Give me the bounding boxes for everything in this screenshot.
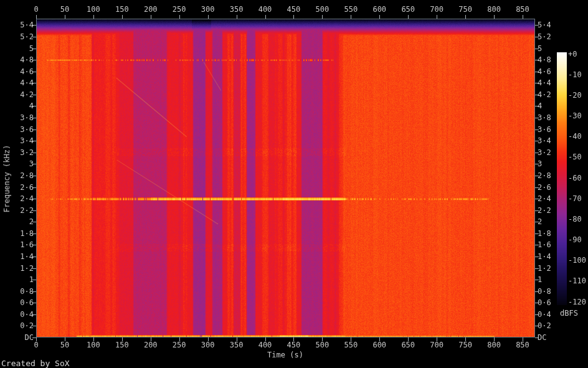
x-tick-label-bottom: 50 (60, 341, 69, 349)
x-tick-label-top: 150 (115, 6, 129, 14)
x-tick-label-top: 850 (516, 6, 529, 14)
y-axis-title: Frequency (kHz) (2, 145, 11, 212)
x-tick-label-bottom: 150 (115, 341, 129, 349)
y-tick-label-right: 4·8 (538, 56, 551, 64)
legend-tick-label: -40 (568, 133, 582, 141)
y-tick-label-left: 1 (29, 276, 34, 284)
y-tick-label-left: 5·4 (20, 21, 34, 29)
spectrogram-canvas (0, 0, 588, 368)
x-axis-title: Time (s) (267, 351, 303, 359)
y-tick-label-left: 3·4 (20, 137, 34, 145)
legend-tick-label: -70 (568, 194, 582, 202)
y-tick-label-left: 1·4 (20, 252, 34, 260)
legend-tick-label: -90 (568, 236, 582, 244)
x-tick-label-top: 650 (401, 6, 415, 14)
y-tick-label-left: 2·6 (20, 183, 34, 191)
x-tick-label-bottom: 350 (230, 341, 244, 349)
x-tick-label-top: 750 (458, 6, 472, 14)
x-tick-label-top: 450 (287, 6, 301, 14)
x-tick-label-top: 300 (201, 6, 215, 14)
y-tick-label-right: 3 (538, 160, 542, 168)
x-tick-label-top: 0 (34, 6, 38, 14)
y-tick-label-left: 0·8 (20, 287, 34, 295)
legend-tick-label: -60 (568, 174, 582, 182)
x-tick-label-top: 350 (230, 6, 244, 14)
y-tick-label-right: 1·8 (538, 229, 551, 237)
x-tick-label-bottom: 250 (173, 341, 186, 349)
legend-tick-label: -10 (568, 70, 582, 78)
x-tick-label-bottom: 200 (144, 341, 158, 349)
y-tick-label-right: 3·2 (538, 148, 551, 156)
x-tick-label-top: 700 (430, 6, 443, 14)
y-tick-label-right: 2 (538, 218, 542, 226)
x-tick-label-top: 800 (487, 6, 501, 14)
y-tick-label-right: 1·4 (538, 252, 551, 260)
x-tick-label-bottom: 600 (372, 341, 386, 349)
y-tick-label-right: 4 (538, 102, 542, 110)
y-tick-label-left: 4·8 (20, 56, 34, 64)
legend-tick-label: -110 (568, 277, 586, 285)
legend-unit-label: dBFS (560, 309, 578, 318)
y-tick-label-left: 4 (29, 102, 34, 110)
y-tick-label-right: 2·8 (538, 171, 551, 179)
y-tick-label-left: 2·4 (20, 195, 34, 203)
x-tick-label-bottom: 100 (87, 341, 100, 349)
x-tick-label-bottom: 400 (258, 341, 272, 349)
y-tick-label-right: 1·6 (538, 241, 551, 249)
y-tick-label-right: 4·2 (538, 90, 551, 98)
legend-tick-label: -50 (568, 153, 582, 161)
legend-tick-label: +0 (568, 50, 577, 58)
x-tick-label-bottom: 500 (316, 341, 330, 349)
x-tick-label-bottom: 650 (401, 341, 415, 349)
credit-text: Created by SoX (1, 359, 70, 368)
y-tick-label-right: 1 (538, 276, 542, 284)
legend-tick-label: -80 (568, 215, 582, 223)
x-tick-label-top: 100 (87, 6, 100, 14)
legend-tick-label: -120 (568, 298, 586, 306)
y-tick-label-right: 3·6 (538, 125, 551, 133)
legend-tick-label: -30 (568, 112, 582, 120)
x-tick-label-bottom: 550 (344, 341, 358, 349)
y-tick-label-right: 0·8 (538, 287, 551, 295)
y-tick-label-left: 3·6 (20, 125, 34, 133)
y-tick-label-left: 2·2 (20, 206, 34, 214)
y-tick-label-right: 5·2 (538, 33, 551, 41)
y-tick-label-right: 4·4 (538, 79, 551, 87)
y-tick-label-right: 5 (538, 44, 542, 52)
y-tick-label-right: 0·6 (538, 299, 551, 307)
x-tick-label-top: 500 (316, 6, 330, 14)
y-tick-label-left: 0·4 (20, 310, 34, 318)
y-tick-label-right: 3·4 (538, 137, 551, 145)
x-tick-label-bottom: 450 (287, 341, 301, 349)
y-tick-label-left: 1·8 (20, 229, 34, 237)
y-tick-label-right: 4·6 (538, 67, 551, 75)
y-tick-label-left: 3·8 (20, 114, 34, 122)
x-tick-label-top: 50 (60, 6, 69, 14)
y-tick-label-left: 3 (29, 160, 34, 168)
y-tick-label-right: DC (538, 334, 546, 342)
y-tick-label-left: 0·2 (20, 322, 34, 330)
y-tick-label-left: 1·2 (20, 264, 34, 272)
y-tick-label-right: 3·8 (538, 114, 551, 122)
legend-tick-label: -20 (568, 91, 582, 99)
sox-spectrogram-window: Frequency (kHz) Time (s) dBFS Created by… (0, 0, 588, 368)
y-tick-label-right: 5·4 (538, 21, 551, 29)
legend-tick-label: -100 (568, 257, 586, 265)
y-tick-label-left: DC (25, 334, 34, 342)
y-tick-label-left: 4·4 (20, 79, 34, 87)
y-tick-label-left: 1·6 (20, 241, 34, 249)
x-tick-label-top: 200 (144, 6, 158, 14)
y-tick-label-right: 2·6 (538, 183, 551, 191)
y-tick-label-left: 2·8 (20, 171, 34, 179)
x-tick-label-top: 400 (258, 6, 272, 14)
y-tick-label-left: 4·6 (20, 67, 34, 75)
y-tick-label-left: 2 (29, 218, 34, 226)
y-tick-label-left: 4·2 (20, 90, 34, 98)
y-tick-label-left: 5 (29, 44, 34, 52)
x-tick-label-top: 250 (173, 6, 186, 14)
x-tick-label-top: 550 (344, 6, 358, 14)
x-tick-label-bottom: 300 (201, 341, 215, 349)
y-tick-label-right: 1·2 (538, 264, 551, 272)
y-tick-label-right: 0·2 (538, 322, 551, 330)
y-tick-label-left: 3·2 (20, 148, 34, 156)
